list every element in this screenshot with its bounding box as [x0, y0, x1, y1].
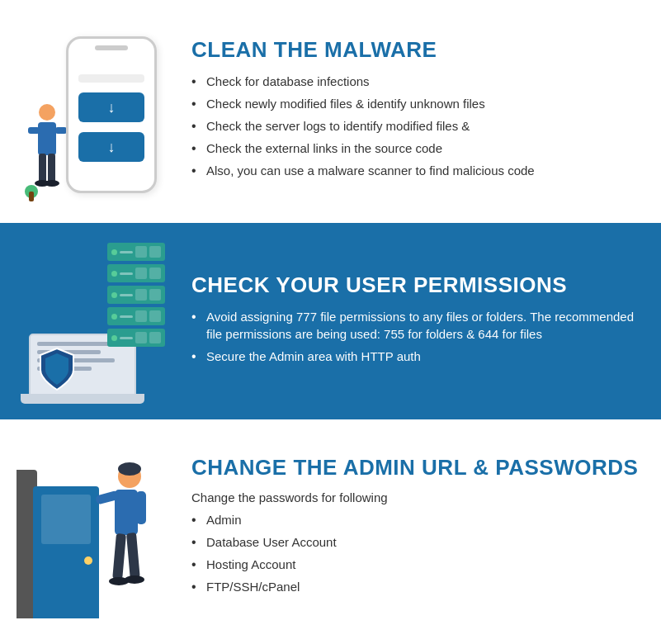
section3-image-col	[0, 421, 182, 634]
person2-icon	[88, 462, 150, 618]
svg-rect-16	[126, 533, 140, 579]
section3-list: Admin Database User Account Hosting Acco…	[191, 511, 641, 600]
door-panel	[41, 495, 91, 544]
section1-content: CLEAN THE MALWARE Check for database inf…	[182, 0, 661, 221]
list-item: Check for database infections	[191, 73, 641, 90]
phone-notch	[95, 45, 128, 50]
svg-rect-5	[48, 154, 55, 182]
svg-rect-2	[28, 127, 40, 134]
list-item: FTP/SSH/cPanel	[191, 578, 641, 595]
list-item: Secure the Admin area with HTTP auth	[191, 348, 641, 365]
svg-rect-1	[38, 122, 56, 155]
list-item: Avoid assigning 777 file permissions to …	[191, 308, 641, 343]
server-illustration	[17, 239, 165, 404]
svg-rect-3	[55, 127, 67, 134]
section1-title: CLEAN THE MALWARE	[191, 37, 641, 63]
section3-intro: Change the passwords for following	[191, 490, 641, 504]
section3-title: CHANGE THE ADMIN URL & PASSWORDS	[191, 455, 641, 481]
person-icon	[25, 102, 70, 201]
list-item: Hosting Account	[191, 556, 641, 573]
svg-rect-15	[112, 533, 126, 580]
svg-rect-14	[136, 491, 146, 524]
list-item: Admin	[191, 511, 641, 528]
svg-point-18	[125, 575, 144, 584]
section2-image-col	[0, 223, 182, 419]
list-item: Check newly modified files & identify un…	[191, 95, 641, 112]
phone-illustration: ↓ ↓	[25, 20, 157, 201]
section3-content: CHANGE THE ADMIN URL & PASSWORDS Change …	[182, 421, 661, 634]
phone-body: ↓ ↓	[66, 36, 157, 193]
svg-rect-4	[39, 154, 46, 182]
section1-list: Check for database infections Check newl…	[191, 73, 641, 184]
list-item: Check the external links in the source c…	[191, 140, 641, 157]
section-change-admin: CHANGE THE ADMIN URL & PASSWORDS Change …	[0, 421, 661, 636]
list-item: Also, you can use a malware scanner to f…	[191, 162, 641, 179]
phone-download-btn-1: ↓	[78, 92, 144, 122]
section1-image-col: ↓ ↓	[0, 0, 182, 221]
svg-point-11	[118, 462, 141, 476]
shield-icon	[37, 347, 77, 391]
door-illustration	[17, 437, 165, 618]
section-clean-malware: ↓ ↓ CLEAN THE MALWARE Check for database…	[0, 0, 661, 223]
section-user-permissions: CHECK YOUR USER PERMISSIONS Avoid assign…	[0, 223, 661, 421]
section2-list: Avoid assigning 777 file permissions to …	[191, 308, 641, 370]
phone-download-btn-2: ↓	[78, 132, 144, 162]
section2-title: CHECK YOUR USER PERMISSIONS	[191, 272, 641, 298]
svg-point-7	[45, 180, 59, 187]
svg-rect-9	[29, 192, 34, 201]
list-item: Database User Account	[191, 533, 641, 551]
list-item: Check the server logs to identify modifi…	[191, 117, 641, 135]
svg-point-0	[39, 104, 55, 121]
section2-content: CHECK YOUR USER PERMISSIONS Avoid assign…	[182, 223, 661, 419]
